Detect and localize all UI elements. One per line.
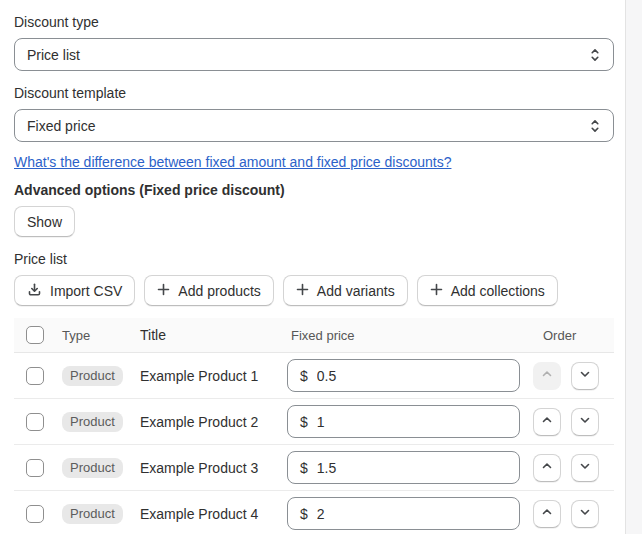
chevron-down-icon xyxy=(578,505,592,522)
product-title: Example Product 3 xyxy=(140,460,287,476)
column-header-order: Order xyxy=(533,328,614,343)
import-csv-button[interactable]: Import CSV xyxy=(14,275,135,306)
discount-template-field: Fixed price xyxy=(14,109,614,142)
advanced-options-heading: Advanced options (Fixed price discount) xyxy=(14,180,614,200)
type-badge: Product xyxy=(62,412,123,432)
fixed-price-field: $ xyxy=(287,451,520,484)
discount-template-label: Discount template xyxy=(14,83,614,103)
select-all-checkbox[interactable] xyxy=(26,326,44,344)
move-down-button[interactable] xyxy=(571,408,599,436)
row-checkbox[interactable] xyxy=(26,505,44,523)
product-title: Example Product 2 xyxy=(140,414,287,430)
add-variants-label: Add variants xyxy=(317,283,395,299)
currency-prefix: $ xyxy=(300,368,308,384)
price-list-label: Price list xyxy=(14,249,614,269)
row-checkbox[interactable] xyxy=(26,413,44,431)
discount-form-panel: Discount type Price list Discount templa… xyxy=(0,0,626,534)
add-variants-button[interactable]: Add variants xyxy=(283,275,408,306)
currency-prefix: $ xyxy=(300,506,308,522)
fixed-price-input[interactable] xyxy=(317,460,507,476)
chevron-up-icon xyxy=(540,505,554,522)
discount-template-select[interactable]: Fixed price xyxy=(14,109,614,142)
chevron-down-icon xyxy=(578,413,592,430)
row-checkbox[interactable] xyxy=(26,367,44,385)
fixed-price-field: $ xyxy=(287,497,520,530)
move-down-button[interactable] xyxy=(571,362,599,390)
add-products-button[interactable]: Add products xyxy=(144,275,274,306)
show-advanced-button[interactable]: Show xyxy=(14,206,75,237)
type-badge: Product xyxy=(62,458,123,478)
table-row: Product Example Product 3 $ xyxy=(14,445,614,491)
difference-help-link[interactable]: What's the difference between fixed amou… xyxy=(14,152,451,172)
move-up-button[interactable] xyxy=(533,408,561,436)
table-header-row: Type Title Fixed price Order xyxy=(14,318,614,353)
currency-prefix: $ xyxy=(300,414,308,430)
move-up-button[interactable] xyxy=(533,454,561,482)
type-badge: Product xyxy=(62,366,123,386)
type-badge: Product xyxy=(62,504,123,524)
fixed-price-input[interactable] xyxy=(317,414,507,430)
discount-type-select[interactable]: Price list xyxy=(14,38,614,71)
move-up-button[interactable] xyxy=(533,500,561,528)
table-row: Product Example Product 4 $ xyxy=(14,491,614,534)
discount-type-field: Price list xyxy=(14,38,614,71)
column-header-fixed-price: Fixed price xyxy=(287,328,533,343)
chevron-up-icon xyxy=(540,367,554,384)
plus-icon xyxy=(296,283,309,299)
discount-type-label: Discount type xyxy=(14,12,614,32)
fixed-price-field: $ xyxy=(287,405,520,438)
add-collections-button[interactable]: Add collections xyxy=(417,275,558,306)
chevron-up-icon xyxy=(540,459,554,476)
product-title: Example Product 1 xyxy=(140,368,287,384)
add-collections-label: Add collections xyxy=(451,283,545,299)
column-header-title: Title xyxy=(140,327,287,343)
add-products-label: Add products xyxy=(178,283,261,299)
fixed-price-input[interactable] xyxy=(317,506,507,522)
move-down-button[interactable] xyxy=(571,500,599,528)
product-title: Example Product 4 xyxy=(140,506,287,522)
price-list-toolbar: Import CSV Add products Add variants Add… xyxy=(14,275,614,306)
table-row: Product Example Product 2 $ xyxy=(14,399,614,445)
chevron-down-icon xyxy=(578,367,592,384)
fixed-price-field: $ xyxy=(287,359,520,392)
fixed-price-input[interactable] xyxy=(317,368,507,384)
column-header-type: Type xyxy=(62,328,140,343)
row-checkbox[interactable] xyxy=(26,459,44,477)
price-list-table: Type Title Fixed price Order Product Exa… xyxy=(14,318,614,534)
move-up-button xyxy=(533,362,561,390)
plus-icon xyxy=(430,283,443,299)
move-down-button[interactable] xyxy=(571,454,599,482)
download-icon xyxy=(27,282,42,300)
currency-prefix: $ xyxy=(300,460,308,476)
table-row: Product Example Product 1 $ xyxy=(14,353,614,399)
chevron-down-icon xyxy=(578,459,592,476)
chevron-up-icon xyxy=(540,413,554,430)
import-csv-label: Import CSV xyxy=(50,283,122,299)
plus-icon xyxy=(157,283,170,299)
